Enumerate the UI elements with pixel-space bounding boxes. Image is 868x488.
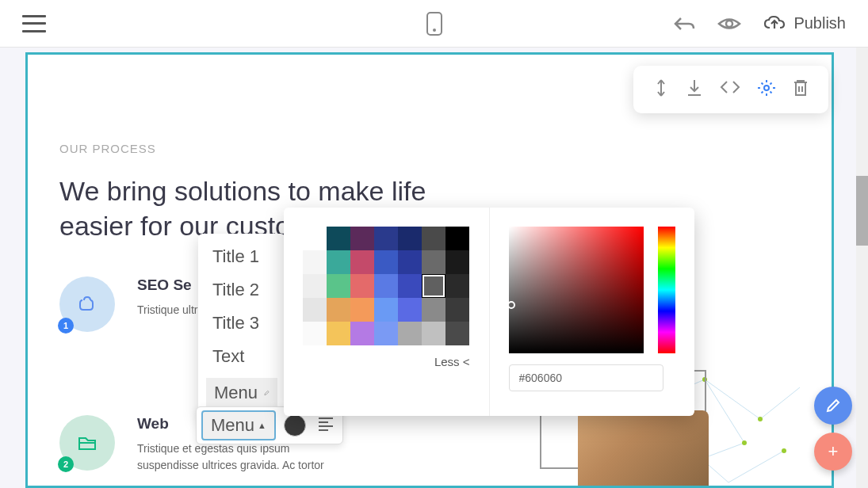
mobile-preview-button[interactable] [426, 12, 442, 36]
color-swatch[interactable] [422, 250, 445, 274]
saturation-area[interactable] [509, 227, 644, 353]
svg-point-18 [782, 448, 786, 453]
title-option-3[interactable]: Title 3 [198, 307, 285, 340]
svg-line-3 [705, 379, 760, 419]
color-swatch[interactable] [374, 298, 398, 322]
color-swatch[interactable] [398, 274, 422, 298]
color-swatch[interactable] [374, 322, 398, 345]
color-swatch[interactable] [445, 250, 469, 274]
color-swatch[interactable] [303, 298, 327, 322]
badge-number: 1 [58, 318, 74, 334]
publish-button[interactable]: Publish [763, 14, 846, 32]
color-swatch[interactable] [445, 298, 469, 322]
color-swatch[interactable] [374, 227, 398, 250]
hex-input[interactable] [509, 364, 663, 391]
section-eyebrow: OUR PROCESS [59, 142, 156, 155]
color-swatch[interactable] [422, 322, 445, 345]
title-option-text[interactable]: Text [198, 340, 285, 373]
element-toolbar [633, 66, 828, 113]
color-swatch[interactable] [350, 250, 374, 274]
color-swatch[interactable] [327, 322, 350, 345]
color-swatch[interactable] [350, 322, 374, 345]
title-style-dropdown: Title 1 Title 2 Title 3 Text Menu [198, 234, 285, 419]
svg-point-16 [742, 440, 747, 445]
color-swatch[interactable] [422, 227, 445, 250]
preview-button[interactable] [717, 15, 741, 32]
color-swatch[interactable] [327, 274, 350, 298]
sat-cursor[interactable] [507, 301, 515, 309]
photo-foreground [578, 410, 709, 486]
publish-label: Publish [793, 14, 846, 32]
svg-point-20 [764, 86, 769, 90]
color-swatch[interactable] [398, 227, 422, 250]
color-swatch[interactable] [398, 298, 422, 322]
title-menu-button[interactable]: Menu [206, 378, 277, 408]
text-color-button[interactable] [284, 414, 306, 437]
scroll-thumb[interactable] [856, 176, 868, 246]
service-icon-circle: 2 [59, 415, 115, 471]
title-option-1[interactable]: Title 1 [198, 240, 285, 273]
badge-number: 2 [58, 456, 74, 472]
color-swatch[interactable] [398, 250, 422, 274]
color-swatch[interactable] [422, 274, 445, 298]
color-swatch[interactable] [327, 298, 350, 322]
undo-button[interactable] [673, 14, 695, 33]
pencil-icon [264, 387, 270, 399]
svg-point-14 [758, 417, 763, 421]
color-swatch[interactable] [327, 227, 350, 250]
color-swatch[interactable] [445, 227, 469, 250]
svg-line-11 [728, 451, 784, 482]
less-toggle[interactable]: Less < [303, 355, 470, 368]
color-swatch[interactable] [303, 250, 327, 274]
service-desc: Tristique et egestas quis ipsum suspendi… [137, 440, 343, 474]
text-align-button[interactable] [314, 414, 338, 437]
fab-edit-button[interactable] [814, 387, 852, 425]
color-swatch[interactable] [374, 274, 398, 298]
delete-button[interactable] [792, 78, 809, 101]
fab-add-button[interactable]: + [814, 433, 852, 471]
color-swatch[interactable] [350, 227, 374, 250]
svg-point-0 [726, 21, 732, 27]
color-swatch[interactable] [327, 250, 350, 274]
color-swatch[interactable] [350, 274, 374, 298]
move-button[interactable] [652, 78, 670, 101]
service-icon-circle: 1 [59, 276, 115, 332]
color-swatch[interactable] [303, 274, 327, 298]
color-swatch[interactable] [303, 227, 327, 250]
color-picker-panel: Less < [284, 208, 694, 416]
color-swatch[interactable] [350, 298, 374, 322]
settings-button[interactable] [757, 78, 776, 101]
code-button[interactable] [719, 78, 741, 101]
svg-line-8 [705, 379, 744, 443]
color-swatch[interactable] [303, 322, 327, 345]
menu-button[interactable] [22, 15, 46, 32]
text-style-select[interactable]: Menu ▲ [201, 410, 276, 440]
scrollbar[interactable] [856, 48, 868, 488]
download-button[interactable] [686, 78, 703, 101]
color-swatch[interactable] [422, 298, 445, 322]
color-swatch[interactable] [398, 322, 422, 345]
hue-slider[interactable] [658, 227, 675, 353]
caret-up-icon: ▲ [258, 421, 266, 430]
title-option-2[interactable]: Title 2 [198, 273, 285, 307]
color-swatch[interactable] [445, 322, 469, 345]
svg-line-4 [760, 387, 800, 419]
color-swatch[interactable] [445, 274, 469, 298]
color-swatch[interactable] [374, 250, 398, 274]
